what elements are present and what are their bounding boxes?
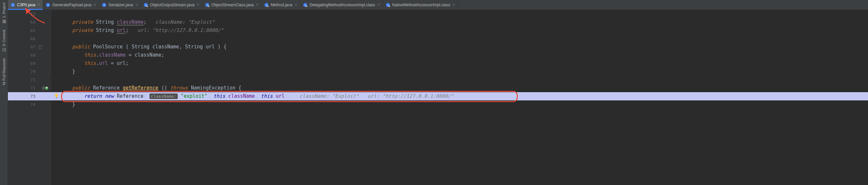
tab-label: ObjectOutputStream.java xyxy=(150,3,194,7)
java-file-icon: J xyxy=(303,3,308,7)
param-hint: className: xyxy=(150,94,178,99)
code-area[interactable]: private String className; className: "Ex… xyxy=(51,10,868,185)
editor-tabs: JC3P0.java✕JGeneratePayload.java✕JSerial… xyxy=(8,0,868,10)
code-line: private String className; className: "Ex… xyxy=(51,18,868,26)
svg-rect-21 xyxy=(306,6,307,7)
at-icon: @ xyxy=(42,84,45,92)
code-line: this.className = className; xyxy=(51,51,868,59)
main-area: JC3P0.java✕JGeneratePayload.java✕JSerial… xyxy=(8,0,868,185)
java-file-icon: J xyxy=(144,3,148,7)
commit-icon: ◫ xyxy=(2,48,6,52)
java-file-icon: J xyxy=(102,3,106,7)
close-icon[interactable]: ✕ xyxy=(452,3,455,7)
tab-label: Serializer.java xyxy=(108,3,133,7)
pull-requests-icon: ⇵ xyxy=(2,81,6,86)
gutter: 63 64 65 66 67− 68 69 70⌟ 71 72 @ 73 74 xyxy=(8,10,51,185)
tab-method-java[interactable]: JMethod.java✕ xyxy=(261,0,300,9)
java-file-icon: J xyxy=(205,3,210,7)
tab-serializer-java[interactable]: JSerializer.java✕ xyxy=(99,0,141,9)
fold-icon[interactable]: − xyxy=(39,46,42,49)
svg-rect-9 xyxy=(147,6,148,7)
line-num: 74 xyxy=(30,102,35,107)
svg-rect-13 xyxy=(208,6,209,7)
tab-nativemethodaccessorimpl-class[interactable]: JNativeMethodAccessorImpl.class✕ xyxy=(383,0,458,9)
svg-text:J: J xyxy=(47,4,49,7)
line-num: 66 xyxy=(30,36,35,41)
override-icon[interactable] xyxy=(45,86,49,90)
line-num: 69 xyxy=(30,61,35,66)
java-file-icon: J xyxy=(10,3,15,7)
code-line xyxy=(51,34,868,43)
java-file-icon: J xyxy=(264,3,269,7)
intention-bulb-icon[interactable] xyxy=(54,93,59,99)
line-num: 71 xyxy=(30,77,35,82)
rail-pull-label: Pull Requests xyxy=(2,58,6,81)
tab-delegatingmethodaccessorimpl-class[interactable]: JDelegatingMethodAccessorImpl.class✕ xyxy=(300,0,383,9)
line-num: 73 xyxy=(30,94,35,99)
highlighted-line: return new Reference( className: "exploi… xyxy=(51,92,868,100)
tool-window-rail: ▤ 1: Project ◫ 0: Commit ⇵ Pull Requests xyxy=(0,0,8,185)
java-file-icon: J xyxy=(46,3,50,7)
code-line: private String url; url: "http://127.0.0… xyxy=(51,26,868,34)
close-icon[interactable]: ✕ xyxy=(135,3,138,7)
svg-text:J: J xyxy=(103,4,105,7)
close-icon[interactable]: ✕ xyxy=(377,3,380,7)
java-file-icon: J xyxy=(386,3,390,7)
project-icon: ▤ xyxy=(2,19,6,24)
rail-project[interactable]: ▤ 1: Project xyxy=(2,3,6,24)
line-num: 63 xyxy=(30,11,35,17)
svg-rect-27 xyxy=(56,98,57,98)
code-line: } xyxy=(51,68,868,76)
editor[interactable]: 63 64 65 66 67− 68 69 70⌟ 71 72 @ 73 74 … xyxy=(8,10,868,185)
svg-text:J: J xyxy=(12,4,13,7)
tab-c3p0-java[interactable]: JC3P0.java✕ xyxy=(8,0,43,9)
rail-project-label: 1: Project xyxy=(2,3,6,18)
close-icon[interactable]: ✕ xyxy=(256,3,258,7)
tab-objectoutputstream-java[interactable]: JObjectOutputStream.java✕ xyxy=(141,0,203,9)
line-num: 65 xyxy=(30,28,35,33)
tab-label: Method.java xyxy=(271,3,292,7)
tab-objectstreamclass-java[interactable]: JObjectStreamClass.java✕ xyxy=(203,0,262,9)
rail-pull-requests[interactable]: ⇵ Pull Requests xyxy=(2,58,6,85)
close-icon[interactable]: ✕ xyxy=(294,3,297,7)
line-num: 67 xyxy=(30,45,35,49)
svg-rect-17 xyxy=(268,6,269,7)
line-num: 68 xyxy=(30,53,35,58)
line-num: 64 xyxy=(30,20,35,25)
line-num: 70 xyxy=(30,69,35,74)
rail-commit-label: 0: Commit xyxy=(2,30,6,46)
close-icon[interactable]: ✕ xyxy=(37,3,40,7)
close-icon[interactable]: ✕ xyxy=(93,3,96,7)
code-line: public Reference getReference () throws … xyxy=(51,84,868,92)
tab-label: C3P0.java xyxy=(17,3,35,7)
tab-label: DelegatingMethodAccessorImpl.class xyxy=(309,3,375,7)
svg-rect-25 xyxy=(389,6,390,7)
code-line xyxy=(51,10,868,18)
close-icon[interactable]: ✕ xyxy=(196,3,199,7)
code-line: public PoolSource ( String className, St… xyxy=(51,43,868,51)
code-line xyxy=(51,76,868,84)
tab-generatepayload-java[interactable]: JGeneratePayload.java✕ xyxy=(43,0,99,9)
code-line: this.url = url; xyxy=(51,59,868,68)
tab-label: GeneratePayload.java xyxy=(52,3,91,7)
tab-label: NativeMethodAccessorImpl.class xyxy=(392,3,451,7)
line-num: 72 xyxy=(30,86,35,90)
fold-end-icon[interactable]: ⌟ xyxy=(47,68,49,76)
code-line: } xyxy=(51,100,868,109)
tab-label: ObjectStreamClass.java xyxy=(212,3,254,7)
rail-commit[interactable]: ◫ 0: Commit xyxy=(2,30,6,52)
